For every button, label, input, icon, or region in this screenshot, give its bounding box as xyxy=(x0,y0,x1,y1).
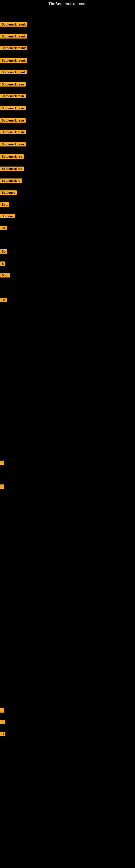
bottleneck-badge[interactable]: n xyxy=(0,720,5,724)
bottleneck-badge[interactable]: B xyxy=(0,732,5,736)
bottleneck-badge-row: n xyxy=(0,720,5,724)
bottleneck-badge-row: Bottleneck result xyxy=(0,70,27,74)
bottleneck-badge-row: Bo xyxy=(0,249,7,254)
bottleneck-badge-row: Bottleneck resu xyxy=(0,94,26,98)
bottleneck-badge-row: Bottleneck resu xyxy=(0,82,26,87)
bottleneck-badge[interactable]: Bottleneck result xyxy=(0,46,27,50)
bottleneck-badge-row: Bottleneck res xyxy=(0,166,24,171)
bottleneck-badge-row: Bottlene xyxy=(0,214,15,218)
bottleneck-badge-row: Bottleneck res xyxy=(0,154,24,159)
bottleneck-badge[interactable]: Bottleneck result xyxy=(0,58,27,63)
site-title: TheBottlenecker.com xyxy=(0,0,135,7)
bottleneck-badge[interactable]: Bottl xyxy=(0,273,10,278)
bottleneck-badge-row: Bottleneck result xyxy=(0,34,27,38)
bottleneck-badge[interactable]: Bottleneck res xyxy=(0,166,24,171)
bottleneck-badge[interactable]: Bottleneck resu xyxy=(0,106,26,111)
bottleneck-badge-row: | xyxy=(0,485,4,489)
bottleneck-badge[interactable]: Bottlenec xyxy=(0,190,17,195)
bottleneck-badge-row: Bo xyxy=(0,226,7,230)
bottleneck-badge[interactable]: Bo xyxy=(0,298,7,302)
bottleneck-badge[interactable]: Bo xyxy=(0,226,7,230)
bottleneck-badge-row: Bottleneck result xyxy=(0,46,27,50)
bottleneck-badge-row: Bottleneck resu xyxy=(0,118,26,123)
bottleneck-badge-row: Bottleneck result xyxy=(0,58,27,63)
bottleneck-badge[interactable]: | xyxy=(0,485,4,489)
bottleneck-badge-row: Bo xyxy=(0,298,7,302)
bottleneck-badge[interactable]: Bottleneck resu xyxy=(0,82,26,87)
bottleneck-badge[interactable]: Bottleneck res xyxy=(0,154,24,159)
bottleneck-badge-row: B xyxy=(0,261,5,266)
bottleneck-badge-row: Bottleneck resu xyxy=(0,106,26,111)
bottleneck-badge-row: | xyxy=(0,461,4,465)
bottleneck-badge[interactable]: | xyxy=(0,708,4,713)
bottleneck-badge-row: Bottleneck resu xyxy=(0,142,26,147)
bottleneck-badge[interactable]: Bottlene xyxy=(0,214,15,218)
bottleneck-badge[interactable]: Bottleneck result xyxy=(0,22,27,27)
bottleneck-badge[interactable]: | xyxy=(0,461,4,465)
bottleneck-badge[interactable]: Bottleneck resu xyxy=(0,118,26,123)
bottleneck-badge-row: Bottleneck result xyxy=(0,22,27,27)
bottleneck-badge[interactable]: Bottleneck re xyxy=(0,179,22,183)
bottleneck-badge[interactable]: Bottleneck result xyxy=(0,70,27,74)
bottleneck-badge[interactable]: Bottleneck resu xyxy=(0,130,26,134)
bottleneck-badge-row: B xyxy=(0,732,5,736)
bottleneck-badge[interactable]: Bo xyxy=(0,249,7,254)
bottleneck-badge-row: | xyxy=(0,708,4,713)
bottleneck-badge-row: Bottleneck resu xyxy=(0,130,26,134)
bottleneck-badge-row: Bottleneck re xyxy=(0,179,22,183)
bottleneck-badge-row: Bott xyxy=(0,203,9,207)
bottleneck-badge[interactable]: B xyxy=(0,261,5,266)
bottleneck-badge[interactable]: Bott xyxy=(0,203,9,207)
bottleneck-badge[interactable]: Bottleneck resu xyxy=(0,142,26,147)
bottleneck-badge[interactable]: Bottleneck resu xyxy=(0,94,26,98)
bottleneck-badge-row: Bottl xyxy=(0,273,10,278)
bottleneck-badge[interactable]: Bottleneck result xyxy=(0,34,27,38)
bottleneck-badge-row: Bottlenec xyxy=(0,190,17,195)
